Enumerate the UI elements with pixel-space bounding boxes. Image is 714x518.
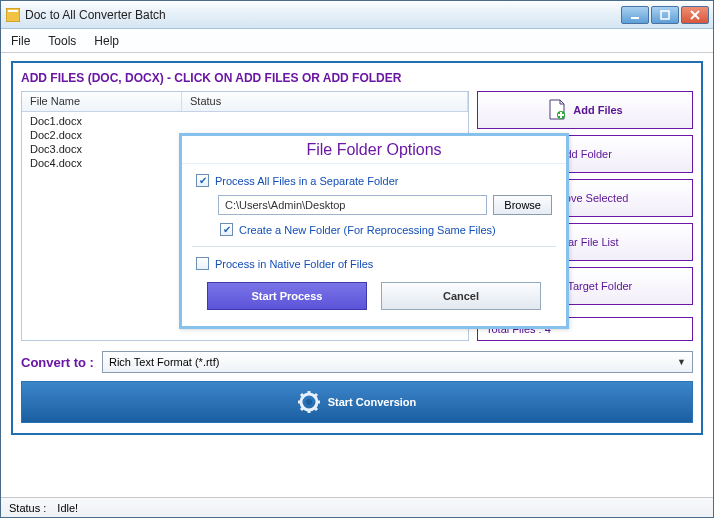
svg-line-17 — [301, 407, 304, 410]
path-input[interactable]: C:\Users\Admin\Desktop — [218, 195, 487, 215]
option-process-native-label: Process in Native Folder of Files — [215, 258, 373, 270]
path-row: C:\Users\Admin\Desktop Browse — [192, 191, 556, 219]
dialog-title: File Folder Options — [182, 136, 566, 164]
col-status[interactable]: Status — [182, 92, 468, 111]
add-files-label: Add Files — [573, 104, 623, 116]
checkbox-checked-icon[interactable]: ✔ — [196, 174, 209, 187]
checkbox-unchecked-icon[interactable] — [196, 257, 209, 270]
close-button[interactable] — [681, 6, 709, 24]
menu-bar: File Tools Help — [1, 29, 713, 53]
browse-label: Browse — [504, 199, 541, 211]
divider — [192, 246, 556, 247]
start-conversion-label: Start Conversion — [328, 396, 417, 408]
menu-help[interactable]: Help — [94, 34, 119, 48]
option-process-native[interactable]: Process in Native Folder of Files — [192, 253, 556, 274]
menu-file[interactable]: File — [11, 34, 30, 48]
start-conversion-button[interactable]: Start Conversion — [21, 381, 693, 423]
convert-to-label: Convert to : — [21, 355, 94, 370]
checkbox-checked-icon[interactable]: ✔ — [220, 223, 233, 236]
add-files-button[interactable]: Add Files — [477, 91, 693, 129]
convert-row: Convert to : Rich Text Format (*.rtf) ▼ — [21, 351, 693, 373]
svg-line-16 — [314, 394, 317, 397]
window-buttons — [621, 6, 709, 24]
status-value: Idle! — [57, 502, 78, 514]
svg-point-18 — [306, 399, 312, 405]
app-window: Doc to All Converter Batch File Tools He… — [0, 0, 714, 518]
cancel-label: Cancel — [443, 290, 479, 302]
file-folder-options-dialog: File Folder Options ✔ Process All Files … — [179, 133, 569, 329]
gear-icon — [298, 391, 320, 413]
file-add-icon — [547, 99, 567, 121]
app-icon — [5, 7, 21, 23]
svg-line-15 — [314, 407, 317, 410]
status-bar: Status : Idle! — [1, 497, 713, 517]
cancel-button[interactable]: Cancel — [381, 282, 541, 310]
table-header: File Name Status — [22, 92, 468, 112]
path-value: C:\Users\Admin\Desktop — [225, 199, 345, 211]
convert-selected-value: Rich Text Format (*.rtf) — [109, 356, 219, 368]
minimize-button[interactable] — [621, 6, 649, 24]
title-bar: Doc to All Converter Batch — [1, 1, 713, 29]
svg-line-14 — [301, 394, 304, 397]
start-process-button[interactable]: Start Process — [207, 282, 367, 310]
browse-button[interactable]: Browse — [493, 195, 552, 215]
svg-rect-1 — [8, 10, 18, 12]
menu-tools[interactable]: Tools — [48, 34, 76, 48]
chevron-down-icon: ▼ — [677, 357, 686, 367]
maximize-button[interactable] — [651, 6, 679, 24]
dialog-body: ✔ Process All Files in a Separate Folder… — [182, 164, 566, 326]
start-process-label: Start Process — [252, 290, 323, 302]
window-title: Doc to All Converter Batch — [25, 8, 166, 22]
add-files-header: ADD FILES (DOC, DOCX) - CLICK ON ADD FIL… — [21, 69, 693, 91]
convert-select[interactable]: Rich Text Format (*.rtf) ▼ — [102, 351, 693, 373]
option-process-separate[interactable]: ✔ Process All Files in a Separate Folder — [192, 170, 556, 191]
status-label: Status : — [9, 502, 46, 514]
col-filename[interactable]: File Name — [22, 92, 182, 111]
table-row[interactable]: Doc1.docx — [22, 114, 468, 128]
option-create-new-label: Create a New Folder (For Reprocessing Sa… — [239, 224, 496, 236]
option-process-separate-label: Process All Files in a Separate Folder — [215, 175, 398, 187]
option-create-new-folder[interactable]: ✔ Create a New Folder (For Reprocessing … — [216, 219, 556, 240]
svg-rect-3 — [661, 11, 669, 19]
dialog-buttons: Start Process Cancel — [192, 274, 556, 314]
